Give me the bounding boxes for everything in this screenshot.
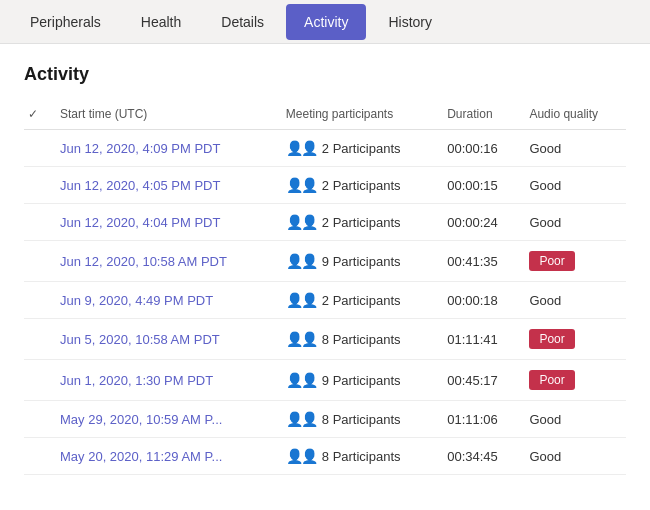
tab-activity[interactable]: Activity	[286, 4, 366, 40]
participants-count: 2 Participants	[322, 141, 401, 156]
row-start-time[interactable]: Jun 12, 2020, 4:04 PM PDT	[52, 204, 278, 241]
quality-badge-good: Good	[529, 293, 561, 308]
quality-badge-good: Good	[529, 449, 561, 464]
start-time-link[interactable]: Jun 1, 2020, 1:30 PM PDT	[60, 373, 213, 388]
row-duration: 00:00:24	[439, 204, 521, 241]
col-audio-quality: Audio quality	[521, 101, 626, 130]
participants-icon: 👤👤	[286, 448, 316, 464]
row-participants: 👤👤9 Participants	[278, 360, 439, 401]
quality-badge-poor: Poor	[529, 251, 574, 271]
row-audio-quality: Poor	[521, 241, 626, 282]
participants-icon: 👤👤	[286, 411, 316, 427]
table-row: May 20, 2020, 11:29 AM P...👤👤8 Participa…	[24, 438, 626, 475]
row-start-time[interactable]: Jun 9, 2020, 4:49 PM PDT	[52, 282, 278, 319]
participants-icon: 👤👤	[286, 292, 316, 308]
quality-badge-good: Good	[529, 412, 561, 427]
activity-table: ✓ Start time (UTC) Meeting participants …	[24, 101, 626, 475]
row-audio-quality: Poor	[521, 360, 626, 401]
participants-icon: 👤👤	[286, 331, 316, 347]
table-row: Jun 12, 2020, 4:04 PM PDT👤👤2 Participant…	[24, 204, 626, 241]
start-time-link[interactable]: Jun 12, 2020, 4:05 PM PDT	[60, 178, 220, 193]
start-time-link[interactable]: May 20, 2020, 11:29 AM P...	[60, 449, 222, 464]
col-duration: Duration	[439, 101, 521, 130]
row-participants: 👤👤2 Participants	[278, 204, 439, 241]
row-audio-quality: Poor	[521, 319, 626, 360]
row-participants: 👤👤2 Participants	[278, 282, 439, 319]
start-time-link[interactable]: Jun 12, 2020, 4:09 PM PDT	[60, 141, 220, 156]
participants-count: 8 Participants	[322, 412, 401, 427]
participants-icon: 👤👤	[286, 177, 316, 193]
check-icon: ✓	[28, 107, 38, 121]
col-start-time: Start time (UTC)	[52, 101, 278, 130]
row-start-time[interactable]: May 29, 2020, 10:59 AM P...	[52, 401, 278, 438]
page-title: Activity	[24, 64, 626, 85]
participants-count: 9 Participants	[322, 373, 401, 388]
participants-icon: 👤👤	[286, 140, 316, 156]
col-check: ✓	[24, 101, 52, 130]
row-start-time[interactable]: May 20, 2020, 11:29 AM P...	[52, 438, 278, 475]
row-duration: 01:11:41	[439, 319, 521, 360]
quality-badge-good: Good	[529, 215, 561, 230]
row-audio-quality: Good	[521, 438, 626, 475]
row-start-time[interactable]: Jun 12, 2020, 10:58 AM PDT	[52, 241, 278, 282]
start-time-link[interactable]: Jun 9, 2020, 4:49 PM PDT	[60, 293, 213, 308]
row-check	[24, 282, 52, 319]
participants-count: 8 Participants	[322, 332, 401, 347]
table-header-row: ✓ Start time (UTC) Meeting participants …	[24, 101, 626, 130]
quality-badge-poor: Poor	[529, 329, 574, 349]
table-row: May 29, 2020, 10:59 AM P...👤👤8 Participa…	[24, 401, 626, 438]
row-audio-quality: Good	[521, 204, 626, 241]
quality-badge-good: Good	[529, 178, 561, 193]
col-participants: Meeting participants	[278, 101, 439, 130]
start-time-link[interactable]: Jun 12, 2020, 4:04 PM PDT	[60, 215, 220, 230]
row-participants: 👤👤2 Participants	[278, 130, 439, 167]
tab-details[interactable]: Details	[203, 4, 282, 40]
row-participants: 👤👤8 Participants	[278, 438, 439, 475]
row-participants: 👤👤8 Participants	[278, 319, 439, 360]
row-check	[24, 167, 52, 204]
row-start-time[interactable]: Jun 12, 2020, 4:09 PM PDT	[52, 130, 278, 167]
tab-peripherals[interactable]: Peripherals	[12, 4, 119, 40]
row-audio-quality: Good	[521, 167, 626, 204]
row-duration: 00:00:15	[439, 167, 521, 204]
row-check	[24, 130, 52, 167]
row-duration: 00:41:35	[439, 241, 521, 282]
row-duration: 00:34:45	[439, 438, 521, 475]
row-duration: 00:00:18	[439, 282, 521, 319]
start-time-link[interactable]: Jun 5, 2020, 10:58 AM PDT	[60, 332, 220, 347]
row-start-time[interactable]: Jun 12, 2020, 4:05 PM PDT	[52, 167, 278, 204]
quality-badge-good: Good	[529, 141, 561, 156]
participants-count: 8 Participants	[322, 449, 401, 464]
row-duration: 01:11:06	[439, 401, 521, 438]
content-area: Activity ✓ Start time (UTC) Meeting part…	[0, 44, 650, 510]
participants-count: 2 Participants	[322, 293, 401, 308]
row-start-time[interactable]: Jun 5, 2020, 10:58 AM PDT	[52, 319, 278, 360]
table-row: Jun 12, 2020, 10:58 AM PDT👤👤9 Participan…	[24, 241, 626, 282]
table-row: Jun 9, 2020, 4:49 PM PDT👤👤2 Participants…	[24, 282, 626, 319]
participants-icon: 👤👤	[286, 253, 316, 269]
tab-bar: PeripheralsHealthDetailsActivityHistory	[0, 0, 650, 44]
tab-history[interactable]: History	[370, 4, 450, 40]
quality-badge-poor: Poor	[529, 370, 574, 390]
table-row: Jun 1, 2020, 1:30 PM PDT👤👤9 Participants…	[24, 360, 626, 401]
tab-health[interactable]: Health	[123, 4, 199, 40]
row-audio-quality: Good	[521, 130, 626, 167]
participants-icon: 👤👤	[286, 372, 316, 388]
row-start-time[interactable]: Jun 1, 2020, 1:30 PM PDT	[52, 360, 278, 401]
row-audio-quality: Good	[521, 401, 626, 438]
table-row: Jun 12, 2020, 4:09 PM PDT👤👤2 Participant…	[24, 130, 626, 167]
start-time-link[interactable]: Jun 12, 2020, 10:58 AM PDT	[60, 254, 227, 269]
row-check	[24, 360, 52, 401]
table-row: Jun 12, 2020, 4:05 PM PDT👤👤2 Participant…	[24, 167, 626, 204]
start-time-link[interactable]: May 29, 2020, 10:59 AM P...	[60, 412, 222, 427]
row-duration: 00:00:16	[439, 130, 521, 167]
participants-count: 2 Participants	[322, 178, 401, 193]
row-duration: 00:45:17	[439, 360, 521, 401]
participants-icon: 👤👤	[286, 214, 316, 230]
row-audio-quality: Good	[521, 282, 626, 319]
row-check	[24, 401, 52, 438]
row-participants: 👤👤2 Participants	[278, 167, 439, 204]
row-check	[24, 438, 52, 475]
participants-count: 2 Participants	[322, 215, 401, 230]
row-check	[24, 241, 52, 282]
